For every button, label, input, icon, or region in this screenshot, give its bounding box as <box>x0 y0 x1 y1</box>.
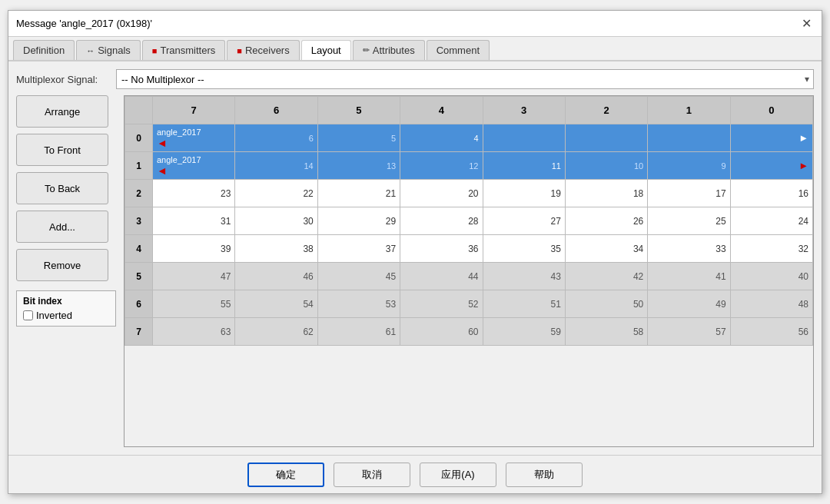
grid-cell[interactable]: 54 <box>235 290 317 318</box>
signal-cell-1[interactable]: angle_2017◄ <box>153 152 235 180</box>
grid-cell[interactable]: 28 <box>400 207 483 235</box>
grid-cell[interactable]: 10 <box>565 152 647 180</box>
tab-definition-label: Definition <box>23 45 65 56</box>
tab-comment-label: Comment <box>437 45 480 56</box>
bit-index-title: Bit index <box>23 296 109 307</box>
grid-cell[interactable]: 31 <box>153 207 235 235</box>
col-header-7: 7 <box>153 97 235 124</box>
grid-cell[interactable]: 58 <box>565 318 647 346</box>
grid-cell[interactable]: 17 <box>648 180 730 207</box>
grid-cell[interactable]: 50 <box>565 290 647 318</box>
grid-cell[interactable] <box>483 124 565 152</box>
cancel-button[interactable]: 取消 <box>334 463 410 487</box>
grid-cell[interactable] <box>565 124 647 152</box>
grid-cell[interactable]: 56 <box>730 318 812 346</box>
to-front-button[interactable]: To Front <box>16 134 108 166</box>
grid-cell[interactable]: 43 <box>483 263 565 290</box>
remove-button[interactable]: Remove <box>16 249 108 281</box>
table-row: 7 63 62 61 60 59 58 57 56 <box>125 318 813 346</box>
to-back-button[interactable]: To Back <box>16 172 108 204</box>
add-button[interactable]: Add... <box>16 211 108 243</box>
grid-cell[interactable]: 46 <box>235 263 317 290</box>
grid-cell[interactable]: 49 <box>648 290 730 318</box>
grid-cell[interactable]: 63 <box>153 318 235 346</box>
grid-cell[interactable]: 14 <box>235 152 317 180</box>
tab-transmitters[interactable]: ■ Transmitters <box>142 40 225 60</box>
grid-cell[interactable]: 30 <box>235 207 317 235</box>
table-row: 6 55 54 53 52 51 50 49 48 <box>125 290 813 318</box>
grid-cell[interactable]: 36 <box>400 235 483 263</box>
row-num-0: 0 <box>125 124 153 152</box>
grid-cell[interactable]: 47 <box>153 263 235 290</box>
tab-signals[interactable]: ↔ Signals <box>76 40 141 60</box>
grid-cell-arrow2[interactable]: ► <box>730 152 812 180</box>
grid-cell[interactable]: 11 <box>483 152 565 180</box>
grid-cell[interactable]: 12 <box>400 152 483 180</box>
table-row: 1 angle_2017◄ 14 13 12 11 10 9 ► <box>125 152 813 180</box>
grid-header-row: 7 6 5 4 3 2 1 0 <box>125 97 813 124</box>
grid-cell[interactable]: 6 <box>235 124 317 152</box>
grid-cell[interactable]: 13 <box>317 152 400 180</box>
grid-cell[interactable]: 52 <box>400 290 483 318</box>
grid-cell[interactable]: 61 <box>317 318 400 346</box>
grid-cell[interactable]: 32 <box>730 235 812 263</box>
grid-cell[interactable]: 44 <box>400 263 483 290</box>
grid-cell[interactable]: 59 <box>483 318 565 346</box>
grid-cell[interactable]: 18 <box>565 180 647 207</box>
col-header-4: 4 <box>400 97 483 124</box>
grid-cell[interactable]: 4 <box>400 124 483 152</box>
grid-cell[interactable]: 53 <box>317 290 400 318</box>
grid-cell[interactable]: 26 <box>565 207 647 235</box>
grid-cell[interactable]: 57 <box>648 318 730 346</box>
grid-cell[interactable]: 25 <box>648 207 730 235</box>
tab-attributes[interactable]: ✏ Attributes <box>353 40 425 60</box>
grid-cell[interactable]: 9 <box>648 152 730 180</box>
multiplexor-select[interactable]: -- No Multiplexor -- <box>116 69 814 89</box>
grid-cell[interactable]: 55 <box>153 290 235 318</box>
tab-bar: Definition ↔ Signals ■ Transmitters ■ Re… <box>8 37 822 61</box>
grid-cell[interactable]: 45 <box>317 263 400 290</box>
confirm-button[interactable]: 确定 <box>247 463 324 487</box>
grid-cell[interactable]: 33 <box>648 235 730 263</box>
close-button[interactable]: ✕ <box>798 16 814 32</box>
grid-cell[interactable]: 38 <box>235 235 317 263</box>
grid-cell[interactable]: 24 <box>730 207 812 235</box>
grid-cell[interactable]: 21 <box>317 180 400 207</box>
grid-cell[interactable]: 5 <box>317 124 400 152</box>
grid-cell[interactable]: 16 <box>730 180 812 207</box>
grid-cell[interactable]: 42 <box>565 263 647 290</box>
grid-cell-right-arrow[interactable]: ► <box>730 124 812 152</box>
grid-cell[interactable]: 41 <box>648 263 730 290</box>
grid-cell[interactable]: 27 <box>483 207 565 235</box>
tab-receivers[interactable]: ■ Receivers <box>227 40 299 60</box>
tab-comment[interactable]: Comment <box>427 40 490 60</box>
grid-cell[interactable]: 34 <box>565 235 647 263</box>
grid-cell[interactable] <box>648 124 730 152</box>
grid-cell[interactable]: 22 <box>235 180 317 207</box>
inverted-checkbox[interactable] <box>23 310 33 320</box>
grid-area[interactable]: 7 6 5 4 3 2 1 0 0 <box>124 95 814 447</box>
table-row: 4 39 38 37 36 35 34 33 32 <box>125 235 813 263</box>
grid-cell[interactable]: 23 <box>153 180 235 207</box>
tab-layout[interactable]: Layout <box>301 40 351 60</box>
grid-cell[interactable]: 37 <box>317 235 400 263</box>
grid-cell[interactable]: 19 <box>483 180 565 207</box>
grid-cell[interactable]: 29 <box>317 207 400 235</box>
grid-cell[interactable]: 40 <box>730 263 812 290</box>
grid-cell[interactable]: 39 <box>153 235 235 263</box>
row-num-4: 4 <box>125 235 153 263</box>
tab-definition[interactable]: Definition <box>13 40 75 60</box>
footer: 确定 取消 应用(A) 帮助 <box>8 455 822 493</box>
help-button[interactable]: 帮助 <box>506 463 583 487</box>
grid-cell[interactable]: 62 <box>235 318 317 346</box>
grid-cell[interactable]: 20 <box>400 180 483 207</box>
apply-button[interactable]: 应用(A) <box>420 463 496 487</box>
arrange-button[interactable]: Arrange <box>16 95 108 128</box>
grid-cell[interactable]: 60 <box>400 318 483 346</box>
grid-cell[interactable]: 48 <box>730 290 812 318</box>
row-num-3: 3 <box>125 207 153 235</box>
grid-cell[interactable]: 35 <box>483 235 565 263</box>
grid-cell[interactable]: 51 <box>483 290 565 318</box>
multiplexor-select-wrapper: -- No Multiplexor -- ▾ <box>116 69 814 89</box>
signal-cell-0[interactable]: angle_2017◄ <box>153 124 235 152</box>
